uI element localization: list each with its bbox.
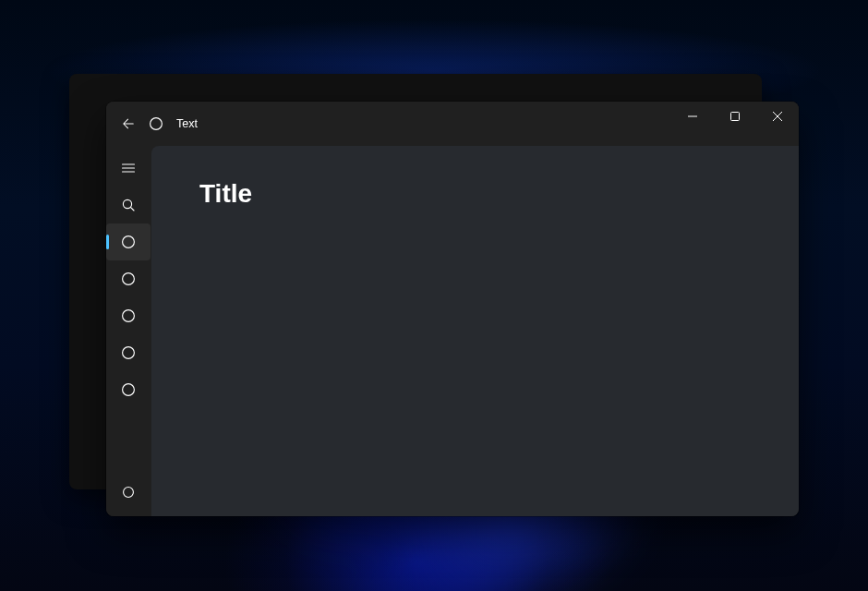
app-icon <box>149 116 163 131</box>
arrow-left-icon <box>122 117 135 130</box>
svg-point-4 <box>123 273 135 285</box>
close-icon <box>773 112 782 121</box>
nav-item-2[interactable] <box>106 260 151 297</box>
nav-search[interactable] <box>106 187 151 223</box>
page-title: Title <box>199 179 751 209</box>
svg-point-7 <box>123 384 135 396</box>
svg-point-3 <box>123 236 135 248</box>
title-bar[interactable]: Text <box>106 102 799 146</box>
hamburger-icon <box>121 161 136 175</box>
title-bar-left: Text <box>121 116 198 131</box>
minimize-icon <box>688 112 697 121</box>
nav-item-5[interactable] <box>106 371 151 408</box>
minimize-button[interactable] <box>671 102 714 131</box>
maximize-button[interactable] <box>714 102 756 131</box>
svg-point-8 <box>124 488 134 498</box>
navigation-sidebar <box>106 146 151 516</box>
circle-icon <box>121 271 136 286</box>
circle-icon <box>122 486 135 499</box>
search-icon <box>121 198 136 212</box>
foreground-window: Text <box>106 102 799 516</box>
nav-item-3[interactable] <box>106 297 151 334</box>
circle-icon <box>121 308 136 323</box>
nav-bottom-group <box>106 474 151 511</box>
content-area: Title <box>151 146 799 516</box>
window-body: Title <box>106 146 799 516</box>
nav-menu-toggle[interactable] <box>106 150 151 187</box>
svg-rect-1 <box>731 113 740 121</box>
svg-point-0 <box>151 118 163 130</box>
back-button[interactable] <box>121 116 136 131</box>
circle-icon <box>121 235 136 249</box>
svg-point-6 <box>123 347 135 359</box>
svg-point-5 <box>123 310 135 322</box>
close-button[interactable] <box>756 102 799 131</box>
nav-item-4[interactable] <box>106 334 151 371</box>
maximize-icon <box>730 112 740 121</box>
circle-icon <box>121 345 136 360</box>
window-controls <box>671 102 799 146</box>
nav-item-1[interactable] <box>106 223 151 260</box>
circle-icon <box>121 382 136 397</box>
circle-icon <box>149 116 163 131</box>
window-title: Text <box>176 117 198 130</box>
nav-top-group <box>106 150 151 408</box>
nav-footer-item[interactable] <box>106 474 151 511</box>
